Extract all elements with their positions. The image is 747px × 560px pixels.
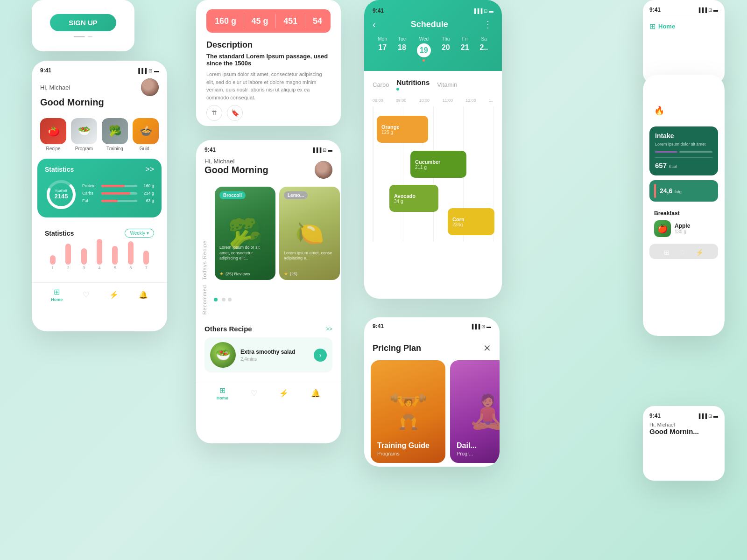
share-button[interactable]: ⇈: [206, 105, 222, 121]
prev-arrow-icon[interactable]: ‹: [373, 19, 376, 30]
category-training[interactable]: 🥦 Training: [102, 118, 128, 151]
kcal-value: 1,536: [668, 104, 687, 112]
intake-bar-filled: [655, 151, 677, 153]
recipe-list-info: Extra smoothy salad 2,4mins: [240, 349, 309, 362]
home-icon-r1: ⊞: [649, 22, 655, 31]
donut-chart: Kcal left 2145: [45, 178, 78, 211]
cucumber-weight: 211 g: [415, 165, 462, 170]
training-icon: 🥦: [102, 118, 128, 144]
todays-recipe-section: Todays Recipe 🥦 Broccoli Lorem ipsum dol…: [196, 187, 341, 285]
macro-val-2: 45 g: [252, 16, 268, 26]
day-mon[interactable]: Mon 17: [378, 36, 387, 62]
home-label-3: Home: [217, 396, 228, 400]
heart-icon-r2[interactable]: ♡: [679, 249, 685, 256]
apple-icon: 🍎: [654, 220, 671, 237]
intake-desc: Lorem ipsum dolor sit amet: [655, 141, 712, 147]
training-label: Training: [106, 146, 123, 151]
fatg-card: 24,6 fatg: [649, 180, 718, 202]
avocado-weight: 34 g: [394, 199, 434, 204]
breakfast-section: Breakfast 🍎 Apple 130 g: [649, 205, 718, 240]
fatg-bar: [654, 184, 656, 198]
tab-vitamin[interactable]: Vitamin: [437, 81, 457, 88]
recipe-tag-broccoli: Broccoli: [219, 191, 246, 199]
tab-nutritions[interactable]: Nutritions: [396, 78, 430, 86]
weekly-button[interactable]: Weekly ▾: [125, 229, 154, 238]
category-guide[interactable]: 🍲 Guid..: [133, 118, 159, 151]
day-fri[interactable]: Fri 21: [461, 36, 469, 62]
good-morning-1: Good Morning: [40, 97, 159, 108]
recommended-label: Recommed: [202, 285, 207, 315]
corn-label: Corn: [452, 217, 490, 222]
recipe-card-broccoli[interactable]: 🥦 Broccoli Lorem ipsum dolor sit amet, c…: [215, 187, 275, 280]
pricing-card-training[interactable]: 🏋️ Training Guide Programs: [371, 360, 445, 463]
phone-recipe: 9:41 ▐▐▐ ⊡ ▬ Hi, Michael Good Morning To…: [196, 140, 341, 443]
guide-icon: 🍲: [133, 118, 159, 144]
signup-button[interactable]: SIGN UP: [50, 14, 116, 31]
category-program[interactable]: 🥗 Program: [71, 118, 97, 151]
nav-bar-r2: ⊞ ♡ ⚡: [649, 244, 718, 259]
phone-signup: SIGN UP: [32, 0, 134, 51]
nav-activity-3[interactable]: ⚡: [279, 389, 289, 398]
status-time-4: 9:41: [373, 7, 384, 14]
home-label: Home: [51, 297, 63, 302]
phone-pricing: 9:41 ▐▐▐ ⊡ ▬ Pricing Plan ✕ 🏋️ Training …: [364, 317, 500, 467]
greeting-r3: Hi, Michael: [649, 422, 718, 427]
nav-bell-3[interactable]: 🔔: [311, 389, 320, 398]
kcal-card: 🔥 1,536 Kcal: [649, 99, 718, 122]
recipe-card-lemon[interactable]: 🍋 Lemo... Lorem ipsum amet, conse adipis…: [279, 187, 340, 280]
pricing-card-daily[interactable]: 🧘 Dail... Progr...: [450, 360, 500, 463]
avatar-3: [315, 161, 332, 179]
nav-heart[interactable]: ♡: [83, 290, 89, 299]
apple-weight: 130 g: [675, 229, 690, 234]
nav-home[interactable]: ⊞ Home: [51, 287, 63, 302]
home-icon-r2[interactable]: ⊞: [664, 249, 669, 256]
greeting-text-1: Hi, Michael: [40, 84, 70, 91]
chevron-down-icon: ▾: [147, 231, 149, 236]
activity-icon-r2[interactable]: ⚡: [696, 249, 704, 256]
protein-value: 160 g: [140, 183, 154, 188]
bell-icon-3: 🔔: [311, 389, 320, 398]
more-options-icon[interactable]: ⋮: [483, 19, 493, 30]
day-sa[interactable]: Sa 2..: [480, 36, 488, 62]
others-recipe-section: Others Recipe >> 🥗 Extra smoothy salad 2…: [196, 318, 341, 377]
guide-label: Guid..: [140, 146, 152, 151]
intake-divider: [655, 157, 712, 158]
bell-icon: 🔔: [139, 290, 148, 299]
time-13: 1..: [489, 98, 493, 103]
category-recipe[interactable]: 🍅 Recipe: [40, 118, 66, 151]
tab-carbo[interactable]: Carbo: [373, 81, 389, 88]
weekly-bar-chart: 1 2 3 4 5 6 7: [45, 242, 154, 270]
active-day-dot: [423, 59, 425, 62]
carbs-label: Carbs: [82, 191, 99, 196]
nav-bell[interactable]: 🔔: [139, 290, 148, 299]
home-nav-r1[interactable]: ⊞ Home: [649, 22, 718, 31]
recipe-arrow-button[interactable]: ›: [314, 349, 327, 362]
nutrition-timeline: 08:00 09:00 10:00 11:00 12:00 1.. Oran: [373, 98, 493, 242]
bookmark-button[interactable]: 🔖: [227, 105, 243, 121]
nav-bar-3: ⊞ Home ♡ ⚡ 🔔: [196, 381, 341, 403]
intake-kcal-row: 657 Kcal: [655, 161, 712, 170]
program-icon: 🥗: [71, 118, 97, 144]
recipe-time: 2,4mins: [240, 357, 309, 362]
see-all-button[interactable]: >>: [326, 326, 332, 332]
nav-heart-3[interactable]: ♡: [251, 389, 257, 398]
time-08: 08:00: [373, 98, 383, 103]
nav-activity[interactable]: ⚡: [109, 290, 119, 299]
close-button[interactable]: ✕: [483, 343, 491, 354]
stats-white-card: Statistics Weekly ▾ 1 2 3 4 5 6 7: [37, 223, 162, 279]
time-10: 10:00: [419, 98, 430, 103]
recipe-list-item[interactable]: 🥗 Extra smoothy salad 2,4mins ›: [204, 337, 332, 372]
phone-description: 160 g 45 g 451 54 Description The standa…: [196, 0, 341, 126]
recipe-icon: 🍅: [40, 118, 66, 144]
nav-home-3[interactable]: ⊞ Home: [217, 386, 228, 400]
apple-name: Apple: [675, 223, 690, 229]
intake-title: Intake: [655, 132, 712, 140]
day-wed[interactable]: Wed 19: [417, 36, 431, 62]
others-recipe-title: Others Recipe: [204, 325, 252, 333]
breakfast-item: 🍎 Apple 130 g: [654, 220, 713, 237]
day-thu[interactable]: Thu 20: [442, 36, 450, 62]
orange-label: Orange: [381, 124, 423, 130]
nutrition-tabs: Carbo Nutritions Vitamin: [373, 78, 493, 91]
share-icon: ⇈: [211, 109, 217, 117]
day-tue[interactable]: Tue 18: [398, 36, 406, 62]
